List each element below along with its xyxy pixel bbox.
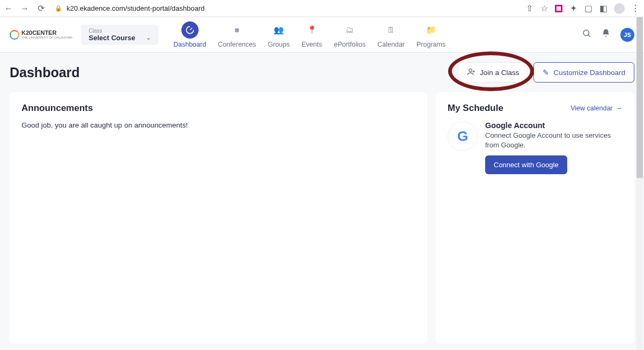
- announcements-heading: Announcements: [21, 103, 415, 114]
- logo-text: K20CENTER: [21, 29, 56, 36]
- nav-label: Calendar: [377, 41, 405, 48]
- google-icon: G: [448, 121, 478, 151]
- pin-icon: 📍: [303, 21, 320, 39]
- star-icon[interactable]: ☆: [540, 4, 548, 13]
- back-icon[interactable]: ←: [4, 4, 13, 13]
- view-calendar-link[interactable]: View calendar →: [570, 105, 623, 112]
- schedule-card: My Schedule View calendar → G Google Acc…: [436, 92, 634, 344]
- logo-mark-icon: [10, 30, 19, 40]
- extension-icon[interactable]: [555, 5, 562, 12]
- svg-point-0: [583, 30, 589, 36]
- button-label: Join a Class: [480, 69, 519, 77]
- briefcase-icon: 🗂: [341, 21, 358, 39]
- lock-icon: 🔒: [55, 5, 62, 12]
- app-header: K20CENTER THE UNIVERSITY OF OKLAHOMA Cla…: [0, 17, 644, 53]
- scrollbar[interactable]: [636, 17, 643, 350]
- reload-icon[interactable]: ⟳: [36, 4, 45, 13]
- nav-label: Programs: [416, 41, 445, 48]
- scrollbar-thumb[interactable]: [636, 17, 643, 178]
- announcements-card: Announcements Good job, you are all caug…: [10, 92, 427, 344]
- nav-conferences[interactable]: ■ Conferences: [218, 21, 256, 48]
- main-nav: Dashboard ■ Conferences 👥 Groups 📍 Event…: [173, 21, 445, 48]
- bell-icon[interactable]: [601, 28, 611, 41]
- nav-label: ePortfolios: [334, 41, 365, 48]
- wand-icon: ✎: [543, 68, 549, 77]
- folder-icon: 📁: [422, 21, 440, 39]
- search-icon[interactable]: [582, 28, 591, 41]
- chevron-down-icon: ⌄: [146, 34, 151, 41]
- user-plus-icon: [467, 68, 475, 78]
- nav-label: Dashboard: [173, 41, 206, 48]
- share-icon[interactable]: ⇧: [525, 4, 533, 13]
- join-class-button[interactable]: Join a Class: [458, 62, 529, 83]
- svg-point-1: [469, 69, 472, 71]
- customize-dashboard-button[interactable]: ✎ Customize Dashboard: [533, 62, 634, 83]
- google-title: Google Account: [485, 121, 623, 130]
- profile-avatar-icon[interactable]: [614, 3, 625, 14]
- cast-icon[interactable]: ▢: [584, 4, 592, 13]
- nav-label: Groups: [268, 41, 290, 48]
- course-select-label: Class: [89, 28, 151, 34]
- menu-icon[interactable]: ⋮: [631, 4, 640, 13]
- address-bar[interactable]: 🔒 k20.ekadence.com/student-portal/dashbo…: [52, 4, 518, 12]
- page-body: Dashboard Join a Class ✎ Customize Dashb…: [0, 53, 644, 350]
- connect-google-button[interactable]: Connect with Google: [485, 155, 567, 174]
- course-select-value: Select Course: [89, 34, 135, 42]
- url-text: k20.ekadence.com/student-portal/dashboar…: [67, 4, 204, 12]
- logo[interactable]: K20CENTER THE UNIVERSITY OF OKLAHOMA: [10, 30, 72, 40]
- nav-label: Conferences: [218, 41, 256, 48]
- video-icon: ■: [229, 21, 246, 39]
- nav-programs[interactable]: 📁 Programs: [416, 21, 445, 48]
- extensions-puzzle-icon[interactable]: ✦: [569, 4, 577, 13]
- nav-eportfolios[interactable]: 🗂 ePortfolios: [334, 21, 365, 48]
- course-select[interactable]: Class Select Course ⌄: [81, 25, 158, 45]
- schedule-heading: My Schedule: [448, 103, 503, 114]
- page-title: Dashboard: [10, 65, 80, 80]
- announcements-body: Good job, you are all caught up on annou…: [21, 121, 415, 129]
- browser-toolbar: ← → ⟳ 🔒 k20.ekadence.com/student-portal/…: [0, 0, 644, 17]
- google-desc: Connect Google Account to use services f…: [485, 131, 623, 150]
- logo-subtext: THE UNIVERSITY OF OKLAHOMA: [21, 36, 72, 39]
- link-label: View calendar: [570, 105, 612, 112]
- nav-label: Events: [302, 41, 322, 48]
- panel-icon[interactable]: ◧: [599, 4, 608, 13]
- button-label: Customize Dashboard: [553, 69, 625, 77]
- people-icon: 👥: [270, 21, 287, 39]
- calendar-icon: 🗓: [383, 21, 400, 39]
- google-connect-box: G Google Account Connect Google Account …: [448, 121, 623, 174]
- nav-events[interactable]: 📍 Events: [302, 21, 322, 48]
- nav-dashboard[interactable]: Dashboard: [173, 21, 206, 48]
- nav-calendar[interactable]: 🗓 Calendar: [377, 21, 405, 48]
- gauge-icon: [181, 21, 199, 39]
- nav-groups[interactable]: 👥 Groups: [268, 21, 290, 48]
- arrow-right-icon: →: [616, 105, 623, 112]
- forward-icon[interactable]: →: [20, 4, 29, 13]
- user-avatar[interactable]: JS: [620, 28, 634, 42]
